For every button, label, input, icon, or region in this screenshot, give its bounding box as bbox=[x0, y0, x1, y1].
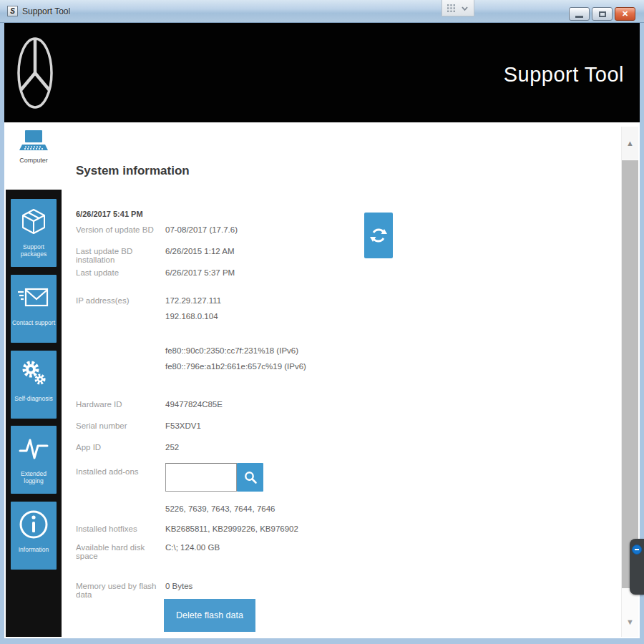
info-row: Version of update BD07-08/2017 (17.7.6) bbox=[76, 225, 617, 238]
sidebar-item-label: Information bbox=[11, 546, 57, 553]
app-window: S Support Tool ✕ Support Tool bbox=[0, 0, 644, 644]
info-row: Hardware ID49477824C85E bbox=[76, 400, 617, 413]
app-icon: S bbox=[7, 6, 18, 16]
page-title: System information bbox=[76, 164, 190, 178]
info-row: Last update BD installation6/26/2015 1:1… bbox=[76, 247, 617, 260]
sidebar-panel: Support packages bbox=[6, 190, 62, 637]
package-icon bbox=[19, 208, 48, 236]
quickaccess-widget[interactable] bbox=[441, 0, 474, 16]
system-information-panel: System information 6/26/2017 5:41 PM Ver… bbox=[72, 122, 617, 638]
sidebar-item-label: Support packages bbox=[11, 243, 57, 258]
info-icon bbox=[17, 508, 50, 541]
search-icon bbox=[243, 470, 258, 484]
info-row: fe80::796e:a1b2:661e:657c%19 (IPv6) bbox=[76, 362, 617, 375]
chevron-down-icon bbox=[460, 4, 469, 13]
teamviewer-panel-stub[interactable] bbox=[630, 539, 644, 595]
info-row: Last update6/26/2017 5:37 PM bbox=[76, 268, 617, 281]
maximize-icon bbox=[599, 11, 606, 17]
info-row: Serial numberF53XDV1 bbox=[76, 421, 617, 434]
pulse-icon bbox=[17, 436, 50, 462]
sidebar-item-self-diagnosis[interactable]: Self-diagnosis bbox=[11, 351, 57, 419]
teamviewer-icon bbox=[632, 545, 642, 555]
sidebar-item-support-packages[interactable]: Support packages bbox=[11, 199, 57, 267]
envelope-icon bbox=[17, 286, 50, 310]
brand-header: Support Tool bbox=[4, 23, 640, 122]
sidebar-item-label: Self-diagnosis bbox=[11, 395, 57, 402]
info-row: Memory used by flash data0 Bytes bbox=[76, 582, 617, 595]
minimize-button[interactable] bbox=[569, 7, 590, 21]
info-row: Available hard disk spaceC:\; 124.00 GB bbox=[76, 543, 617, 556]
content-area: Computer Support pac bbox=[4, 122, 640, 638]
info-row: 192.168.0.104 bbox=[76, 312, 617, 325]
info-row: 5226, 7639, 7643, 7644, 7646 bbox=[76, 504, 617, 517]
installed-addons-input[interactable] bbox=[165, 463, 237, 492]
timestamp: 6/26/2017 5:41 PM bbox=[76, 210, 143, 218]
info-row: App ID252 bbox=[76, 443, 617, 456]
grid-icon bbox=[447, 4, 456, 13]
info-row: fe80::90c0:2350:cc7f:231%18 (IPv6) bbox=[76, 346, 617, 359]
sidebar-item-label: Computer bbox=[6, 157, 62, 164]
brand-title: Support Tool bbox=[504, 63, 624, 87]
sidebar-item-extended-logging[interactable]: Extended logging bbox=[11, 426, 57, 494]
sidebar-item-contact-support[interactable]: Contact support bbox=[11, 275, 57, 343]
scrollbar-thumb[interactable] bbox=[622, 160, 638, 588]
scroll-down-button[interactable]: ▼ bbox=[622, 611, 638, 633]
sidebar-item-computer[interactable]: Computer bbox=[6, 127, 62, 190]
gears-icon bbox=[19, 358, 49, 389]
sidebar: Computer Support pac bbox=[6, 122, 62, 637]
titlebar: S Support Tool ✕ bbox=[0, 0, 644, 23]
delete-flash-data-button[interactable]: Delete flash data bbox=[164, 599, 255, 632]
maximize-button[interactable] bbox=[592, 7, 613, 21]
scroll-up-button[interactable]: ▲ bbox=[622, 127, 638, 160]
info-row: Installed add-ons bbox=[76, 467, 617, 480]
sidebar-item-label: Contact support bbox=[11, 319, 57, 326]
laptop-icon bbox=[19, 130, 49, 154]
sidebar-item-label: Extended logging bbox=[11, 470, 57, 484]
mercedes-logo-icon bbox=[16, 36, 54, 110]
info-row: IP address(es)172.29.127.111 bbox=[76, 296, 617, 309]
window-title: Support Tool bbox=[22, 6, 70, 16]
search-button[interactable] bbox=[237, 463, 263, 492]
minimize-icon bbox=[575, 16, 583, 18]
close-button[interactable]: ✕ bbox=[615, 7, 635, 21]
info-row: Installed hotfixesKB2685811, KB2999226, … bbox=[76, 525, 617, 537]
sidebar-item-information[interactable]: Information bbox=[11, 502, 57, 570]
